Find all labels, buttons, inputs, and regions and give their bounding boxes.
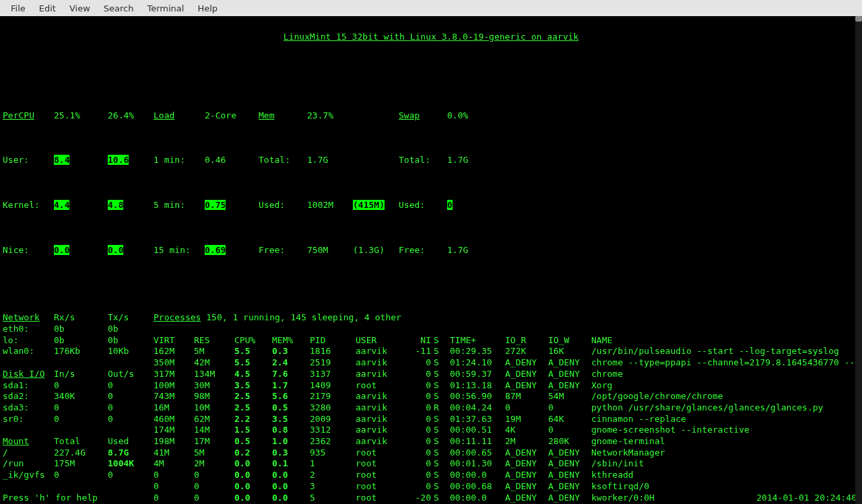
proc-ior: 4K [505,425,548,436]
diskio-dev: sda1: [3,380,54,392]
network-rx: 0b [54,324,108,335]
network-iface: eth0: [3,324,54,335]
proc-status: R [434,402,450,414]
proc-pid: 1409 [310,380,356,392]
proc-cpu: 5.5 [234,346,272,357]
body-row: sda2:340K0743M98M2.55.62179aarvik0S00:56… [3,391,859,402]
proc-status: S [434,380,450,392]
menu-edit[interactable]: Edit [32,2,63,15]
proc-mem: 0.3 [272,346,310,357]
terminal-output[interactable]: LinuxMint 15 32bit with Linux 3.8.0-19-g… [0,16,862,504]
proc-time: 00:00.51 [450,425,505,436]
percpu-kernel-label: Kernel: [3,200,54,211]
proc-ni: 0 [409,380,434,392]
proc-virt: 460M [154,414,194,425]
proc-res: 2M [194,458,234,470]
proc-iow: 54M [548,391,591,402]
proc-ni: 0 [409,470,434,481]
proc-iow: A_DENY [548,369,591,380]
proc-mem: 0.0 [272,470,310,481]
proc-cpu: 0.0 [234,481,272,493]
proc-user: aarvik [356,414,409,425]
proc-iow: 64K [548,414,591,425]
network-rx: 176Kb [54,346,108,357]
proc-ni: 0 [409,369,434,380]
proc-pid: 935 [310,447,356,459]
proc-time: 00:59.37 [450,369,505,380]
mount-point: /run [3,458,54,470]
proc-time: 00:29.35 [450,346,505,357]
proc-ior: A_DENY [505,458,548,470]
proc-hdr-ior: IO_R [505,335,548,347]
menu-view[interactable]: View [63,2,97,15]
menu-help[interactable]: Help [191,2,224,15]
proc-cpu: 2.5 [234,402,272,414]
proc-cpu: 0.0 [234,458,272,470]
proc-user: aarvik [356,346,409,357]
proc-hdr-pid: PID [310,335,356,347]
network-tx-label: Tx/s [108,312,154,324]
load-1-label: 1 min: [154,155,205,166]
proc-mem: 0.8 [272,425,310,436]
proc-cpu: 0.0 [234,493,272,504]
proc-status: S [434,470,450,481]
menu-file[interactable]: File [4,2,32,15]
percpu-user-label: User: [3,155,54,166]
proc-hdr-virt: VIRT [154,335,194,347]
proc-status: S [434,447,450,459]
proc-pid: 3280 [310,402,356,414]
body-row: eth0:0b0b [3,324,859,335]
proc-pid: 1816 [310,346,356,357]
percpu-kernel-cpu0: 4.4 [54,200,69,210]
diskio-in: 0 [54,402,108,414]
proc-pid: 2 [310,470,356,481]
proc-time: 00:00.68 [450,481,505,493]
proc-virt: 198M [154,436,194,447]
diskio-in-label: In/s [54,369,108,380]
proc-user: root [356,447,409,459]
proc-cpu: 0.2 [234,447,272,459]
load-5-value: 0.75 [205,200,226,210]
proc-status: S [434,414,450,425]
proc-user: root [356,493,409,504]
proc-hdr-time: TIME+ [450,335,505,347]
proc-ior: 2M [505,436,548,447]
mem-free: 750M [307,245,353,256]
swap-total: 1.7G [447,155,488,166]
mount-used: 1004K [108,458,154,470]
proc-user: aarvik [356,425,409,436]
proc-name: cinnamon --replace [591,414,686,425]
proc-cpu: 0.0 [234,470,272,481]
swap-free: 1.7G [447,245,488,256]
network-tx: 0b [108,335,154,347]
proc-ior: A_DENY [505,380,548,392]
proc-virt: 174M [154,425,194,436]
proc-name: kworker/0:0H [591,493,655,504]
proc-ior: A_DENY [505,369,548,380]
scrollbar-thumb[interactable] [855,16,862,22]
swap-pct: 0.0% [447,110,488,122]
menu-search[interactable]: Search [97,2,141,15]
network-tx: 0b [108,324,154,335]
proc-ni: 0 [409,481,434,493]
diskio-in: 0 [54,380,108,392]
body-row: _ik/gvfs00000.00.02root0S00:00.0A_DENYA_… [3,470,859,481]
proc-cpu: 1.5 [234,425,272,436]
proc-iow: A_DENY [548,380,591,392]
mount-header: Mount [3,436,54,447]
mem-pct: 23.7% [307,110,353,122]
proc-mem: 1.0 [272,436,310,447]
proc-time: 00:00.65 [450,447,505,459]
scrollbar[interactable] [855,16,862,504]
proc-time: 01:13.18 [450,380,505,392]
body-row: 174M14M1.50.83312aarvik0S00:00.514K0gnom… [3,425,859,436]
mem-free-label: Free: [259,245,307,256]
mem-total: 1.7G [307,155,353,166]
proc-user: aarvik [356,436,409,447]
menu-terminal[interactable]: Terminal [140,2,191,15]
body-row: /227.4G8.7G41M5M0.20.3935root0S00:00.65A… [3,447,859,459]
proc-iow: 280K [548,436,591,447]
mem-total-label: Total: [259,155,307,166]
proc-res: 14M [194,425,234,436]
proc-iow: 16K [548,346,591,357]
